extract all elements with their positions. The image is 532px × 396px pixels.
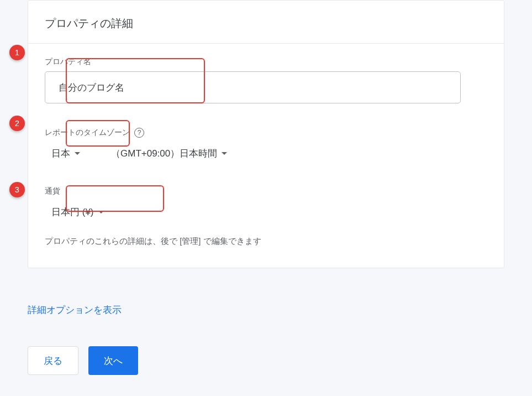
advanced-options-link[interactable]: 詳細オプションを表示 [28, 305, 122, 315]
timezone-label: レポートのタイムゾーン ? [45, 128, 487, 138]
card-title: プロパティの詳細 [45, 16, 487, 31]
button-row: 戻る 次へ [0, 316, 532, 375]
timezone-offset-dropdown[interactable]: （GMT+09:00）日本時間 [104, 142, 234, 164]
timezone-label-text: レポートのタイムゾーン [45, 128, 130, 138]
timezone-country-dropdown[interactable]: 日本 [45, 142, 87, 164]
annotation-badge-1: 1 [9, 45, 25, 60]
timezone-row: 日本 （GMT+09:00）日本時間 [45, 142, 487, 164]
advanced-options-row: 詳細オプションを表示 [0, 279, 532, 316]
property-name-input[interactable] [45, 71, 461, 103]
annotation-badge-2: 2 [9, 116, 25, 131]
chevron-down-icon [98, 211, 104, 213]
property-details-card: プロパティの詳細 1 プロパティ名 2 レポートのタイムゾーン ? 日本 （GM… [28, 0, 504, 268]
next-button[interactable]: 次へ [88, 346, 138, 375]
chevron-down-icon [75, 152, 80, 155]
back-button[interactable]: 戻る [28, 346, 78, 375]
property-name-section: 1 プロパティ名 [28, 44, 504, 109]
property-name-label: プロパティ名 [45, 57, 487, 67]
help-icon[interactable]: ? [134, 128, 144, 138]
currency-value: 日本円 (¥) [51, 206, 94, 218]
edit-later-hint: プロパティのこれらの詳細は、後で [管理] で編集できます [28, 228, 504, 251]
card-header: プロパティの詳細 [28, 1, 504, 44]
currency-section: 3 通貨 日本円 (¥) [28, 170, 504, 228]
timezone-section: 2 レポートのタイムゾーン ? 日本 （GMT+09:00）日本時間 [28, 109, 504, 170]
annotation-badge-3: 3 [9, 182, 25, 197]
chevron-down-icon [222, 152, 227, 155]
currency-label: 通貨 [45, 186, 487, 196]
timezone-offset-value: （GMT+09:00）日本時間 [111, 147, 217, 160]
timezone-country-value: 日本 [51, 147, 70, 160]
currency-dropdown[interactable]: 日本円 (¥) [45, 201, 110, 223]
